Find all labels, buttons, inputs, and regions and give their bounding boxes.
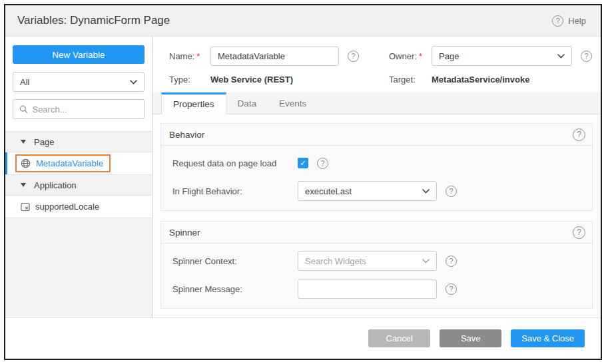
variable-summary: Name:* Owner:* Page <box>152 37 601 92</box>
required-marker: * <box>419 51 422 61</box>
spinner-message-field[interactable] <box>298 279 437 299</box>
help-label: Help <box>568 16 586 26</box>
spinner-context-placeholder: Search Widgets <box>305 256 366 266</box>
tab-events[interactable]: Events <box>268 92 318 114</box>
dialog-footer: Cancel Save Save & Close <box>5 317 601 359</box>
help-icon[interactable] <box>573 128 585 141</box>
dialog-body: New Variable All Page <box>5 37 601 317</box>
variables-dialog: Variables: DynamicForm Page Help New Var… <box>4 4 602 360</box>
chevron-down-icon <box>422 259 430 264</box>
type-label: Type: <box>169 75 210 85</box>
tab-properties[interactable]: Properties <box>161 92 226 114</box>
spinner-context-select[interactable]: Search Widgets <box>298 251 437 271</box>
tree-item-label: MetadataVariable <box>36 158 103 168</box>
behavior-title: Behavior <box>169 130 204 140</box>
spinner-context-row: Spinner Context: Search Widgets <box>169 251 584 271</box>
request-data-label: Request data on page load <box>169 158 298 168</box>
target-label: Target: <box>389 75 432 85</box>
save-and-close-button[interactable]: Save & Close <box>511 329 585 347</box>
chevron-down-icon <box>130 80 137 85</box>
variable-filter-value: All <box>20 77 29 87</box>
caret-down-icon <box>21 183 26 187</box>
tree-group-label: Page <box>34 137 54 147</box>
spinner-section-header: Spinner <box>161 222 592 244</box>
owner-value: Page <box>439 51 459 61</box>
owner-select[interactable]: Page <box>432 46 572 66</box>
inflight-behavior-row: In Flight Behavior: executeLast <box>169 181 584 201</box>
tree-group-page[interactable]: Page <box>5 132 152 152</box>
request-data-row: Request data on page load <box>169 153 584 173</box>
spinner-title: Spinner <box>169 228 200 238</box>
variables-sidebar: New Variable All Page <box>5 37 152 317</box>
help-button[interactable]: Help <box>552 15 586 27</box>
chevron-down-icon <box>422 189 430 194</box>
tab-data[interactable]: Data <box>226 92 268 114</box>
help-icon[interactable] <box>317 158 328 169</box>
help-icon[interactable] <box>348 51 359 62</box>
help-icon[interactable] <box>573 226 585 239</box>
variables-tree: Page MetadataVariable Application suppor… <box>5 131 152 218</box>
inflight-behavior-label: In Flight Behavior: <box>169 186 298 196</box>
tree-item-metadatavariable[interactable]: MetadataVariable <box>5 152 152 175</box>
behavior-section: Behavior Request data on page load In Fl… <box>160 123 593 211</box>
save-button[interactable]: Save <box>440 329 501 347</box>
caret-down-icon <box>21 140 26 144</box>
search-icon <box>19 104 27 114</box>
name-label: Name:* <box>169 51 210 61</box>
tree-group-label: Application <box>34 180 77 190</box>
type-value: Web Service (REST) <box>210 75 293 85</box>
behavior-section-header: Behavior <box>161 124 592 146</box>
help-icon <box>552 15 563 27</box>
spinner-message-label: Spinner Message: <box>169 284 298 294</box>
locale-icon <box>21 202 30 212</box>
chevron-down-icon <box>557 54 565 59</box>
selection-highlight-box: MetadataVariable <box>15 154 111 172</box>
spinner-message-row: Spinner Message: <box>169 279 584 299</box>
tree-group-application[interactable]: Application <box>5 175 152 196</box>
cancel-button[interactable]: Cancel <box>368 329 430 347</box>
variable-editor: Name:* Owner:* Page <box>152 37 601 317</box>
globe-icon <box>21 158 31 168</box>
required-marker: * <box>196 51 200 61</box>
name-field[interactable] <box>210 47 339 66</box>
search-input[interactable] <box>32 104 138 114</box>
owner-label: Owner:* <box>389 51 432 61</box>
inflight-behavior-value: executeLast <box>305 186 352 196</box>
spinner-section: Spinner Spinner Context: Search Widgets <box>160 221 593 309</box>
editor-tabs: Properties Data Events <box>152 92 601 114</box>
target-value: MetadataService/invoke <box>432 75 529 85</box>
spinner-context-label: Spinner Context: <box>169 256 298 266</box>
new-variable-button[interactable]: New Variable <box>13 45 145 64</box>
sidebar-controls: New Variable All <box>5 37 152 122</box>
inflight-behavior-select[interactable]: executeLast <box>298 181 437 201</box>
variable-filter-select[interactable]: All <box>13 72 145 92</box>
request-data-checkbox[interactable] <box>298 158 308 168</box>
tree-item-label: supportedLocale <box>35 202 99 212</box>
tree-item-supportedlocale[interactable]: supportedLocale <box>5 196 152 218</box>
variable-search <box>13 99 145 119</box>
properties-panel-area: Behavior Request data on page load In Fl… <box>152 114 601 317</box>
dialog-header: Variables: DynamicForm Page Help <box>5 5 601 37</box>
help-icon[interactable] <box>446 256 457 267</box>
help-icon[interactable] <box>446 186 457 197</box>
help-icon[interactable] <box>581 51 592 62</box>
sidebar-filler <box>5 218 152 317</box>
page-title: Variables: DynamicForm Page <box>17 14 170 27</box>
help-icon[interactable] <box>446 283 457 295</box>
